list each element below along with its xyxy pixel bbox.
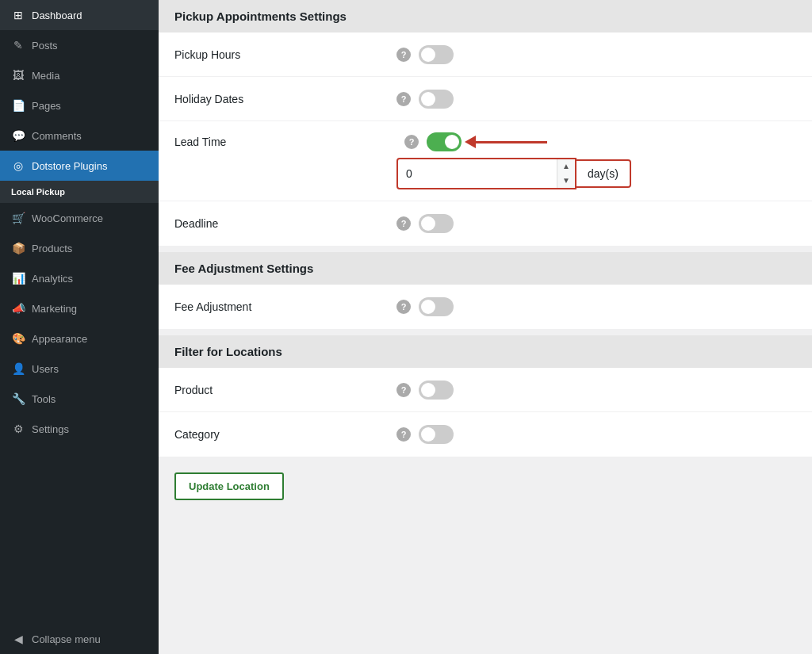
main-content: Pickup Appointments Settings Pickup Hour…	[159, 0, 812, 654]
analytics-icon: 📊	[11, 271, 25, 285]
holiday-dates-label: Holiday Dates	[174, 93, 396, 105]
fee-adjustment-toggle[interactable]	[419, 297, 454, 316]
sidebar-label-pages: Pages	[32, 100, 61, 112]
pickup-hours-row: Pickup Hours ?	[159, 33, 812, 77]
lead-time-toggle[interactable]	[427, 132, 462, 151]
products-icon: 📦	[11, 241, 25, 255]
sidebar-label-products: Products	[32, 243, 72, 254]
deadline-row: Deadline ?	[159, 201, 812, 246]
product-row: Product ?	[159, 368, 812, 412]
sidebar-label-settings: Settings	[32, 423, 69, 435]
category-help-icon[interactable]: ?	[396, 427, 411, 442]
media-icon: 🖼	[11, 68, 25, 82]
section-gap-1	[159, 246, 812, 252]
sidebar-label-comments: Comments	[32, 130, 82, 142]
sidebar-item-collapse[interactable]: ◀ Collapse menu	[0, 624, 159, 654]
deadline-controls: ?	[396, 214, 796, 233]
marketing-icon: 📣	[11, 301, 25, 316]
local-pickup-header: Local Pickup	[0, 181, 159, 203]
lead-time-input-area: ▲ ▼ day(s)	[396, 158, 812, 189]
lead-time-slider	[427, 132, 462, 151]
pickup-hours-slider	[419, 45, 454, 64]
category-controls: ?	[396, 425, 796, 444]
sidebar-item-media[interactable]: 🖼 Media	[0, 60, 159, 90]
lead-time-help-icon[interactable]: ?	[404, 135, 419, 149]
sidebar: ⊞ Dashboard ✎ Posts 🖼 Media 📄 Pages 💬 Co…	[0, 0, 159, 654]
lead-time-increment[interactable]: ▲	[557, 159, 575, 174]
sidebar-item-products[interactable]: 📦 Products	[0, 233, 159, 263]
filter-locations-title: Filter for Locations	[159, 335, 812, 368]
sidebar-label-tools: Tools	[32, 393, 56, 405]
deadline-help-icon[interactable]: ?	[396, 216, 411, 231]
sidebar-item-analytics[interactable]: 📊 Analytics	[0, 263, 159, 293]
collapse-icon: ◀	[11, 632, 25, 646]
sidebar-item-comments[interactable]: 💬 Comments	[0, 120, 159, 151]
lead-time-top-row: Lead Time ?	[174, 132, 796, 151]
category-toggle[interactable]	[419, 425, 454, 444]
users-icon: 👤	[11, 361, 25, 376]
lead-time-input-wrap: ▲ ▼	[396, 158, 576, 189]
fee-adjustment-help-icon[interactable]: ?	[396, 300, 411, 314]
lead-time-arrow-annotation	[476, 141, 547, 143]
dotstore-icon: ◎	[11, 159, 25, 173]
update-location-button[interactable]: Update Location	[174, 472, 284, 500]
comments-icon: 💬	[11, 128, 25, 143]
category-label: Category	[174, 428, 396, 441]
sidebar-label-dashboard: Dashboard	[32, 10, 82, 21]
appearance-icon: 🎨	[11, 331, 25, 346]
sidebar-item-dotstore[interactable]: ◎ Dotstore Plugins	[0, 151, 159, 181]
arrow-line	[476, 141, 547, 143]
sidebar-item-dashboard[interactable]: ⊞ Dashboard	[0, 0, 159, 30]
sidebar-label-dotstore: Dotstore Plugins	[32, 160, 107, 172]
dashboard-icon: ⊞	[11, 8, 25, 22]
sidebar-label-marketing: Marketing	[32, 303, 77, 315]
pages-icon: 📄	[11, 98, 25, 113]
woocommerce-icon: 🛒	[11, 211, 25, 225]
lead-time-row: Lead Time ? ▲	[159, 121, 812, 201]
sidebar-item-posts[interactable]: ✎ Posts	[0, 30, 159, 60]
product-label: Product	[174, 384, 396, 396]
holiday-dates-toggle[interactable]	[419, 90, 454, 109]
product-slider	[419, 381, 454, 400]
lead-time-spinners: ▲ ▼	[557, 159, 575, 188]
sidebar-label-collapse: Collapse menu	[32, 633, 101, 645]
category-row: Category ?	[159, 412, 812, 457]
holiday-dates-row: Holiday Dates ?	[159, 77, 812, 121]
sidebar-label-woocommerce: WooCommerce	[32, 212, 103, 224]
sidebar-item-marketing[interactable]: 📣 Marketing	[0, 293, 159, 323]
pickup-hours-toggle[interactable]	[419, 45, 454, 64]
holiday-dates-slider	[419, 90, 454, 109]
pickup-appointments-section: Pickup Appointments Settings Pickup Hour…	[159, 0, 812, 246]
product-controls: ?	[396, 381, 796, 400]
lead-time-number-input[interactable]	[398, 161, 557, 186]
pickup-hours-label: Pickup Hours	[174, 48, 396, 61]
holiday-dates-help-icon[interactable]: ?	[396, 92, 411, 106]
sidebar-item-tools[interactable]: 🔧 Tools	[0, 384, 159, 414]
sidebar-item-settings[interactable]: ⚙ Settings	[0, 414, 159, 444]
fee-adjustment-slider	[419, 297, 454, 316]
fee-adjustment-row: Fee Adjustment ?	[159, 285, 812, 329]
product-toggle[interactable]	[419, 381, 454, 400]
holiday-dates-controls: ?	[396, 90, 796, 109]
settings-icon: ⚙	[11, 422, 25, 436]
lead-time-label: Lead Time	[174, 136, 396, 148]
pickup-hours-controls: ?	[396, 45, 796, 64]
posts-icon: ✎	[11, 38, 25, 52]
fee-adjustment-label: Fee Adjustment	[174, 300, 396, 313]
sidebar-item-users[interactable]: 👤 Users	[0, 354, 159, 384]
deadline-label: Deadline	[174, 217, 396, 230]
category-slider	[419, 425, 454, 444]
deadline-toggle[interactable]	[419, 214, 454, 233]
pickup-hours-help-icon[interactable]: ?	[396, 48, 411, 62]
fee-adjustment-section: Fee Adjustment Settings Fee Adjustment ?	[159, 252, 812, 329]
sidebar-label-appearance: Appearance	[32, 333, 87, 345]
sidebar-item-appearance[interactable]: 🎨 Appearance	[0, 323, 159, 354]
product-help-icon[interactable]: ?	[396, 383, 411, 397]
sidebar-item-woocommerce[interactable]: 🛒 WooCommerce	[0, 203, 159, 233]
lead-time-decrement[interactable]: ▼	[557, 174, 575, 188]
lead-time-unit-label: day(s)	[576, 159, 631, 188]
sidebar-label-analytics: Analytics	[32, 273, 73, 285]
sidebar-label-users: Users	[32, 363, 59, 375]
sidebar-item-pages[interactable]: 📄 Pages	[0, 90, 159, 120]
deadline-slider	[419, 214, 454, 233]
